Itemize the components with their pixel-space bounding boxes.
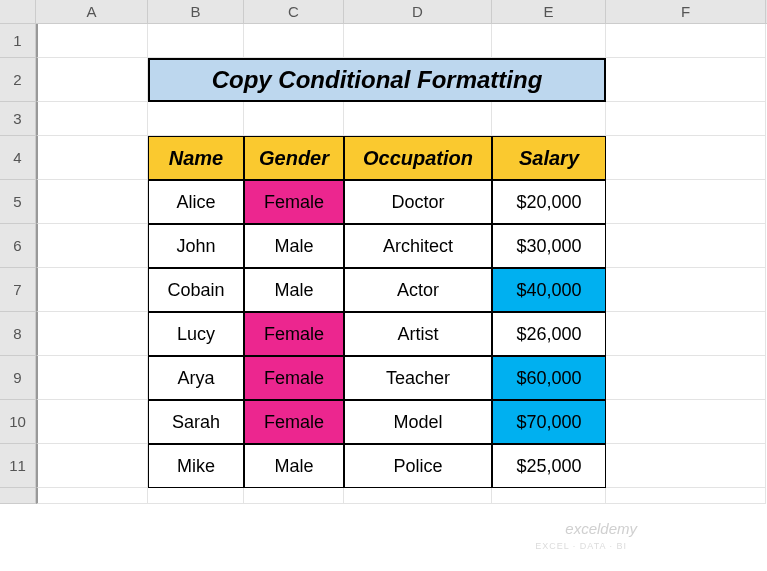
cell-F1[interactable] bbox=[606, 24, 766, 58]
col-header-A[interactable]: A bbox=[36, 0, 148, 23]
cell-gender[interactable]: Male bbox=[244, 268, 344, 312]
cell-salary[interactable]: $60,000 bbox=[492, 356, 606, 400]
cell-F4[interactable] bbox=[606, 136, 766, 180]
cell-salary[interactable]: $25,000 bbox=[492, 444, 606, 488]
cell-name[interactable]: John bbox=[148, 224, 244, 268]
cell-A5[interactable] bbox=[36, 180, 148, 224]
cell-D12[interactable] bbox=[344, 488, 492, 504]
cell-occupation[interactable]: Actor bbox=[344, 268, 492, 312]
cell-occupation[interactable]: Doctor bbox=[344, 180, 492, 224]
watermark-subtext: EXCEL · DATA · BI bbox=[535, 541, 627, 551]
cell-F9[interactable] bbox=[606, 356, 766, 400]
cell-gender[interactable]: Female bbox=[244, 180, 344, 224]
cell-gender[interactable]: Female bbox=[244, 356, 344, 400]
cell-occupation[interactable]: Artist bbox=[344, 312, 492, 356]
cell-B1[interactable] bbox=[148, 24, 244, 58]
table-row: 8LucyFemaleArtist$26,000 bbox=[0, 312, 767, 356]
cell-A6[interactable] bbox=[36, 224, 148, 268]
cell-salary[interactable]: $26,000 bbox=[492, 312, 606, 356]
cell-F3[interactable] bbox=[606, 102, 766, 136]
cell-C3[interactable] bbox=[244, 102, 344, 136]
cell-A12[interactable] bbox=[36, 488, 148, 504]
cell-A9[interactable] bbox=[36, 356, 148, 400]
cell-gender[interactable]: Male bbox=[244, 224, 344, 268]
cell-gender[interactable]: Male bbox=[244, 444, 344, 488]
col-header-E[interactable]: E bbox=[492, 0, 606, 23]
row-header-8[interactable]: 8 bbox=[0, 312, 36, 356]
cell-name[interactable]: Lucy bbox=[148, 312, 244, 356]
cell-salary[interactable]: $40,000 bbox=[492, 268, 606, 312]
title-cell[interactable]: Copy Conditional Formatting bbox=[148, 58, 606, 102]
cell-name[interactable]: Sarah bbox=[148, 400, 244, 444]
row-12 bbox=[0, 488, 767, 504]
cell-A11[interactable] bbox=[36, 444, 148, 488]
cell-F12[interactable] bbox=[606, 488, 766, 504]
cell-D3[interactable] bbox=[344, 102, 492, 136]
cell-occupation[interactable]: Police bbox=[344, 444, 492, 488]
cell-name[interactable]: Alice bbox=[148, 180, 244, 224]
header-gender[interactable]: Gender bbox=[244, 136, 344, 180]
row-header-10[interactable]: 10 bbox=[0, 400, 36, 444]
cell-C12[interactable] bbox=[244, 488, 344, 504]
spreadsheet-grid: A B C D E F 1 2 Copy Conditional Formatt… bbox=[0, 0, 767, 504]
cell-B3[interactable] bbox=[148, 102, 244, 136]
col-header-D[interactable]: D bbox=[344, 0, 492, 23]
cell-name[interactable]: Cobain bbox=[148, 268, 244, 312]
cell-A7[interactable] bbox=[36, 268, 148, 312]
cell-gender[interactable]: Female bbox=[244, 312, 344, 356]
row-header-6[interactable]: 6 bbox=[0, 224, 36, 268]
cell-salary[interactable]: $70,000 bbox=[492, 400, 606, 444]
cell-A3[interactable] bbox=[36, 102, 148, 136]
watermark-text: exceldemy bbox=[565, 520, 637, 537]
cell-name[interactable]: Arya bbox=[148, 356, 244, 400]
cell-F7[interactable] bbox=[606, 268, 766, 312]
row-header-4[interactable]: 4 bbox=[0, 136, 36, 180]
cell-C1[interactable] bbox=[244, 24, 344, 58]
cell-occupation[interactable]: Model bbox=[344, 400, 492, 444]
table-row: 9AryaFemaleTeacher$60,000 bbox=[0, 356, 767, 400]
table-row: 10SarahFemaleModel$70,000 bbox=[0, 400, 767, 444]
row-header-3[interactable]: 3 bbox=[0, 102, 36, 136]
cell-E3[interactable] bbox=[492, 102, 606, 136]
cell-F2[interactable] bbox=[606, 58, 766, 102]
col-header-F[interactable]: F bbox=[606, 0, 766, 23]
header-occupation[interactable]: Occupation bbox=[344, 136, 492, 180]
cell-F8[interactable] bbox=[606, 312, 766, 356]
row-header-7[interactable]: 7 bbox=[0, 268, 36, 312]
cell-occupation[interactable]: Teacher bbox=[344, 356, 492, 400]
cell-E12[interactable] bbox=[492, 488, 606, 504]
row-header-2[interactable]: 2 bbox=[0, 58, 36, 102]
cell-salary[interactable]: $30,000 bbox=[492, 224, 606, 268]
cell-F11[interactable] bbox=[606, 444, 766, 488]
table-row: 11MikeMalePolice$25,000 bbox=[0, 444, 767, 488]
cell-F10[interactable] bbox=[606, 400, 766, 444]
row-header-12[interactable] bbox=[0, 488, 36, 504]
cell-A8[interactable] bbox=[36, 312, 148, 356]
cell-B12[interactable] bbox=[148, 488, 244, 504]
row-header-5[interactable]: 5 bbox=[0, 180, 36, 224]
cell-F5[interactable] bbox=[606, 180, 766, 224]
cell-E1[interactable] bbox=[492, 24, 606, 58]
row-header-1[interactable]: 1 bbox=[0, 24, 36, 58]
cell-A1[interactable] bbox=[36, 24, 148, 58]
cell-A4[interactable] bbox=[36, 136, 148, 180]
cell-D1[interactable] bbox=[344, 24, 492, 58]
cell-A2[interactable] bbox=[36, 58, 148, 102]
row-3: 3 bbox=[0, 102, 767, 136]
cell-name[interactable]: Mike bbox=[148, 444, 244, 488]
row-2: 2 Copy Conditional Formatting bbox=[0, 58, 767, 102]
row-1: 1 bbox=[0, 24, 767, 58]
header-name[interactable]: Name bbox=[148, 136, 244, 180]
header-salary[interactable]: Salary bbox=[492, 136, 606, 180]
select-all-corner[interactable] bbox=[0, 0, 36, 23]
cell-F6[interactable] bbox=[606, 224, 766, 268]
row-header-11[interactable]: 11 bbox=[0, 444, 36, 488]
table-row: 7CobainMaleActor$40,000 bbox=[0, 268, 767, 312]
cell-A10[interactable] bbox=[36, 400, 148, 444]
row-header-9[interactable]: 9 bbox=[0, 356, 36, 400]
cell-salary[interactable]: $20,000 bbox=[492, 180, 606, 224]
col-header-B[interactable]: B bbox=[148, 0, 244, 23]
cell-gender[interactable]: Female bbox=[244, 400, 344, 444]
col-header-C[interactable]: C bbox=[244, 0, 344, 23]
cell-occupation[interactable]: Architect bbox=[344, 224, 492, 268]
